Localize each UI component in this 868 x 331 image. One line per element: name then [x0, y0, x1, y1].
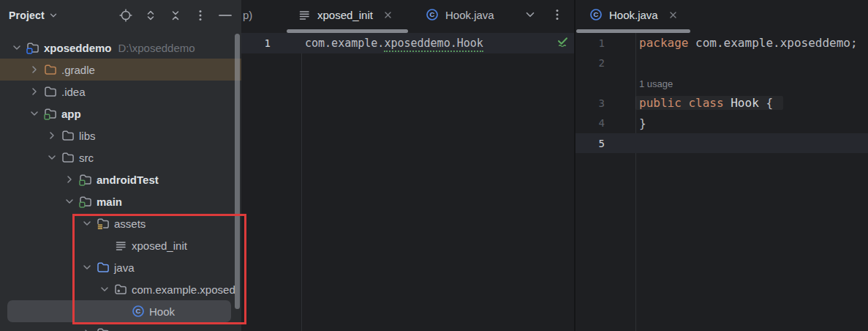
chevron-down-icon[interactable] [28, 107, 41, 120]
module-folder-icon [44, 107, 57, 120]
chevron-down-icon[interactable] [80, 217, 94, 230]
chevron-down-icon[interactable] [80, 261, 94, 274]
right-editor-code-area[interactable]: 1package com.example.xposeddemo;21 usage… [575, 33, 868, 331]
more-options-button[interactable] [193, 8, 208, 23]
tab-xposed-init[interactable]: xposed_init [287, 0, 408, 29]
code-line: 2 [575, 53, 868, 72]
line-number: 2 [575, 57, 635, 69]
editor-tab-options-button[interactable] [551, 0, 563, 29]
code-line: 1package com.example.xposeddemo; [575, 33, 868, 53]
class-icon: C [589, 8, 603, 21]
tree-item-label: com.example.xposed [132, 283, 235, 296]
tree-item-main[interactable]: main [0, 190, 241, 212]
text-file-icon [298, 9, 311, 21]
chevron-down-icon[interactable] [10, 41, 23, 54]
tree-item-assets[interactable]: assets [0, 212, 241, 234]
tree-item-label: Hook [149, 305, 175, 318]
chevron-down-icon[interactable] [98, 283, 111, 296]
class-icon: C [132, 305, 145, 318]
code-token: public class [639, 96, 731, 110]
tree-item-hook[interactable]: CHook [7, 300, 231, 322]
ide-window: Project xposeddemoD:\xposeddemo.gradle.i… [0, 0, 868, 331]
chevron-right-icon[interactable] [28, 63, 41, 76]
line-number: 3 [575, 97, 635, 109]
chevron-down-icon[interactable] [48, 10, 59, 21]
left-editor-code-area[interactable]: 1com.example.xposeddemo.Hook [241, 33, 574, 331]
code-token: com.example.xposeddemo; [695, 36, 858, 50]
hidden-tabs-dropdown[interactable] [524, 0, 537, 29]
code-token: xposeddemo.Hook [384, 37, 483, 52]
svg-text:C: C [136, 307, 141, 315]
code-line: 4} [575, 114, 868, 133]
folder-icon [44, 85, 57, 98]
chevron-down-icon[interactable] [45, 151, 59, 164]
tab-hook-java[interactable]: CHook.java [414, 0, 494, 29]
locate-file-button[interactable] [118, 8, 133, 23]
tree-item-app[interactable]: app [0, 103, 241, 124]
code-line: 1com.example.xposeddemo.Hook [241, 33, 574, 53]
left-editor-tabbar: p) xposed_initCHook.java [241, 0, 574, 29]
folder-icon [97, 327, 110, 331]
truncated-tab[interactable]: p) [243, 0, 252, 29]
close-icon[interactable] [668, 10, 679, 21]
code-token: Hook [731, 96, 766, 110]
folder-icon [61, 129, 75, 142]
project-tree-scrollbar[interactable] [235, 34, 240, 309]
line-number: 4 [575, 117, 635, 129]
tree-item-java[interactable]: java [0, 256, 241, 278]
active-tab-underline [287, 29, 408, 33]
tree-item-xposed-init[interactable]: xposed_init [0, 234, 241, 256]
line-number: 1 [241, 37, 301, 49]
close-icon[interactable] [382, 10, 393, 21]
text-file-icon [114, 239, 127, 252]
chevron-right-icon[interactable] [45, 129, 59, 142]
chevron-down-icon[interactable] [63, 195, 76, 208]
code-text: } [635, 116, 646, 130]
chevron-right-icon[interactable] [63, 173, 76, 186]
inlay-hint: 1 usage [635, 76, 673, 90]
tree-item-gradle[interactable]: .gradle [0, 59, 241, 81]
project-panel-header: Project [0, 0, 241, 31]
tree-item-label: xposed_init [132, 239, 187, 252]
collapse-all-button[interactable] [168, 8, 183, 23]
gradle-folder-icon [44, 63, 57, 76]
editor-split-left: p) xposed_initCHook.java 1com.example.xp… [241, 0, 574, 331]
tree-item-label: main [97, 196, 122, 208]
tree-item-label: .idea [61, 86, 86, 98]
usage-count-hint[interactable]: 1 usage [639, 78, 673, 89]
svg-text:C: C [430, 10, 435, 18]
tree-item-libs[interactable]: libs [0, 124, 241, 146]
inspections-ok-icon[interactable] [556, 35, 569, 51]
inlay-hint-row: 1 usage [575, 73, 868, 93]
editor-split-right: CHook.java 1package com.example.xposedde… [574, 0, 868, 331]
tree-item-label: assets [114, 217, 146, 230]
chevron-right-icon[interactable] [28, 85, 41, 98]
code-token: { [766, 96, 773, 110]
code-token: com.example. [305, 37, 384, 50]
tree-item-label: xposeddemo [44, 42, 112, 54]
package-icon [114, 283, 127, 296]
tab-hook-java[interactable]: CHook.java [578, 0, 690, 29]
expand-all-button[interactable] [143, 8, 158, 23]
tree-item-label: src [79, 152, 94, 164]
code-line: 3public class Hook { [575, 93, 868, 113]
tree-indent [98, 239, 111, 252]
code-line: 5 [575, 133, 868, 153]
tree-item-src[interactable]: src [0, 146, 241, 168]
hide-panel-button[interactable] [218, 8, 233, 23]
tree-item-row[interactable] [0, 322, 241, 331]
code-text: package com.example.xposeddemo; [635, 36, 858, 50]
assets-folder-icon [97, 217, 110, 230]
tab-label: Hook.java [445, 9, 494, 21]
tree-item-xposeddemo[interactable]: xposeddemoD:\xposeddemo [0, 37, 241, 59]
module-folder-icon [79, 195, 92, 208]
tree-item-com-example-xposed[interactable]: com.example.xposed [0, 278, 241, 300]
tree-item-path: D:\xposeddemo [118, 42, 195, 54]
chevron-right-icon[interactable] [80, 327, 94, 331]
code-token: package [639, 36, 695, 50]
project-panel-title[interactable]: Project [9, 10, 45, 21]
tree-item-androidtest[interactable]: androidTest [0, 168, 241, 190]
tree-item-label: libs [79, 130, 96, 142]
gutter-separator [301, 33, 302, 331]
tree-item-idea[interactable]: .idea [0, 81, 241, 103]
